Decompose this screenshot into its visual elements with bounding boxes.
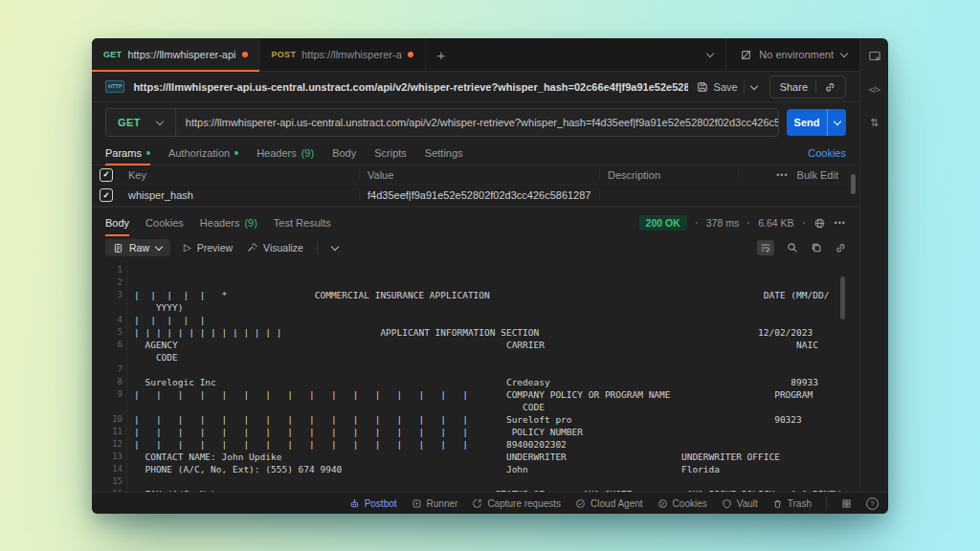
response-line: 11 | | | | | | | | | | | | | | | | POLIC… [92, 426, 859, 438]
line-number: 10 [92, 413, 122, 426]
link-icon[interactable] [835, 242, 846, 253]
line-text [122, 475, 134, 488]
response-tab-body[interactable]: Body [105, 210, 129, 235]
line-number [92, 301, 122, 314]
new-tab-button[interactable]: + [426, 38, 457, 71]
raw-label: Raw [129, 242, 149, 253]
tab-params[interactable]: Params [105, 142, 150, 165]
sync-arrows-icon[interactable]: ⇅ [870, 117, 879, 129]
share-button[interactable]: Share [769, 76, 846, 99]
copy-icon[interactable] [811, 242, 822, 253]
cloud-agent-icon [575, 498, 586, 509]
visualize-label: Visualize [263, 242, 303, 253]
tab-scripts[interactable]: Scripts [374, 142, 407, 165]
runner-button[interactable]: Runner [412, 498, 458, 509]
response-tab-headers[interactable]: Headers (9) [200, 210, 257, 235]
response-line: 4 | | | | | [92, 314, 859, 326]
param-row: ✓ whisper_hash f4d35eef|f9a91e52e52802f0… [92, 185, 859, 207]
line-text: CODE [122, 401, 545, 413]
line-text: FAX (A/C, No): STATUS OF [X] QUOTE [X] I… [122, 488, 840, 492]
line-number [92, 401, 122, 413]
search-icon[interactable] [787, 242, 798, 253]
bulk-edit-button[interactable]: Bulk Edit [797, 169, 838, 181]
environment-selector[interactable]: No environment [725, 38, 848, 71]
column-header-value: Value [360, 169, 600, 181]
line-number [92, 351, 122, 364]
runner-icon [412, 498, 422, 509]
tab-headers[interactable]: Headers (9) [256, 142, 314, 165]
more-options-icon[interactable]: ••• [835, 218, 846, 228]
cookie-icon [657, 498, 668, 509]
preview-button[interactable]: ▷ Preview [184, 242, 233, 253]
http-badge-icon: HTTP [105, 80, 124, 93]
tab-label: Scripts [374, 147, 407, 159]
capture-icon [472, 498, 482, 509]
tab-overflow-chevron-icon[interactable] [706, 51, 714, 58]
tab-label: Params [105, 147, 142, 159]
tab-label: Settings [425, 147, 463, 159]
response-scrollbar[interactable] [840, 276, 845, 320]
save-button[interactable]: Save [697, 80, 758, 94]
divider [815, 80, 816, 94]
select-all-checkbox[interactable]: ✓ [100, 168, 113, 182]
help-icon[interactable]: ? [866, 497, 879, 510]
cookies-link[interactable]: Cookies [808, 147, 846, 159]
url-input[interactable]: https://llmwhisperer-api.us-central.unst… [176, 117, 778, 128]
trash-button[interactable]: Trash [772, 498, 812, 509]
line-number: 4 [92, 314, 122, 326]
line-number: 14 [92, 463, 122, 475]
line-text: AGENCY CARRIER NAIC [122, 339, 818, 351]
url-builder: GET https://llmwhisperer-api.us-central.… [105, 108, 779, 137]
capture-requests-button[interactable]: Capture requests [472, 498, 561, 509]
response-tab-cookies[interactable]: Cookies [145, 210, 184, 235]
response-line: 3 | | | | | * COMMERCIAL INSURANCE APPLI… [92, 289, 859, 301]
method-dropdown[interactable]: GET [106, 109, 176, 136]
response-line: 1 [92, 264, 859, 276]
divider [744, 80, 745, 94]
network-icon[interactable] [813, 217, 826, 230]
param-key-cell[interactable]: whisper_hash [121, 189, 360, 201]
wand-icon [246, 242, 257, 253]
line-text: CODE [122, 351, 178, 364]
grid-view-icon[interactable] [841, 498, 852, 509]
wrap-text-icon[interactable] [757, 240, 774, 255]
params-scrollbar[interactable] [851, 174, 856, 194]
cloud-agent-button[interactable]: Cloud Agent [575, 498, 643, 509]
visualize-chevron-icon[interactable] [331, 244, 339, 252]
response-line: 10 | | | | | | | | | | | | | | | | Surel… [92, 413, 859, 426]
postman-window: GET https://llmwhisperer-api POST https:… [92, 38, 888, 514]
trash-icon [772, 498, 783, 509]
tab-authorization[interactable]: Authorization [168, 142, 238, 165]
raw-view-button[interactable]: Raw [105, 239, 170, 256]
response-tab-test-results[interactable]: Test Results [274, 210, 331, 235]
no-environment-icon [740, 49, 752, 61]
send-button[interactable]: Send [787, 109, 846, 136]
request-tab-post[interactable]: POST https://llmwhisperer-a [260, 38, 426, 71]
param-checkbox[interactable]: ✓ [100, 188, 113, 202]
vault-icon [722, 498, 732, 509]
line-number: 7 [92, 364, 122, 376]
tab-body[interactable]: Body [332, 142, 356, 165]
save-options-chevron-icon[interactable] [750, 83, 758, 91]
send-options-chevron-icon[interactable] [827, 109, 846, 136]
more-options-icon[interactable]: ••• [776, 170, 788, 180]
code-icon[interactable]: </> [869, 85, 880, 95]
vault-label: Vault [737, 498, 758, 509]
vault-button[interactable]: Vault [722, 498, 758, 509]
request-tab-get[interactable]: GET https://llmwhisperer-api [92, 38, 260, 71]
line-text: CONTACT NAME: John Updike UNDERWRITER UN… [122, 451, 780, 463]
cookies-button[interactable]: Cookies [657, 498, 707, 509]
environment-quick-look-icon[interactable] [868, 50, 881, 63]
line-text: YYYY) [122, 301, 183, 314]
line-number: 1 [92, 264, 122, 276]
postbot-button[interactable]: Postbot [349, 498, 397, 509]
status-badge: 200 OK [639, 215, 687, 231]
request-title-url: https://llmwhisperer-api.us-central.unst… [133, 81, 687, 93]
visualize-button[interactable]: Visualize [246, 242, 303, 253]
param-value-cell[interactable]: f4d35eef|f9a91e52e52802f02d3cc426c586128… [360, 189, 600, 201]
response-line: 2 [92, 276, 859, 289]
tab-title: https://llmwhisperer-a [301, 49, 402, 60]
capture-label: Capture requests [487, 498, 561, 509]
share-link-icon[interactable] [824, 81, 835, 93]
tab-settings[interactable]: Settings [425, 142, 463, 165]
